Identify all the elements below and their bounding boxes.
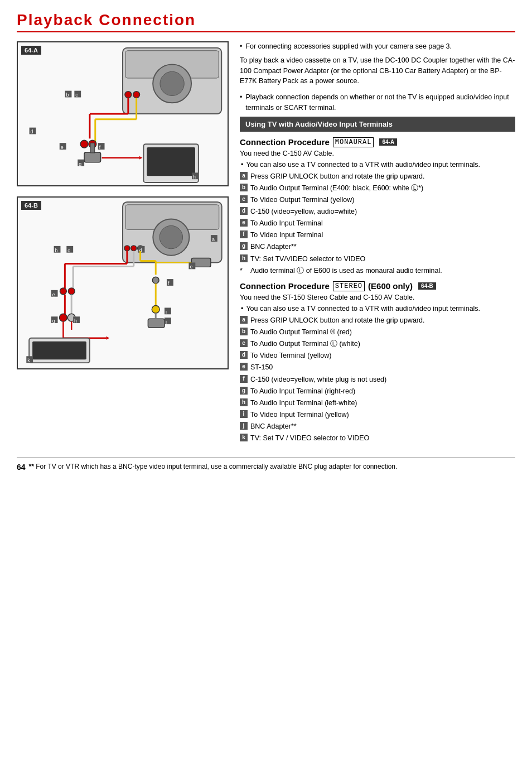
svg-point-19 — [80, 140, 88, 148]
svg-text:i: i — [166, 309, 167, 315]
intro-bullet-2: • Playback connection depends on whether… — [240, 92, 515, 113]
stereo-title: Connection Procedure STEREO (E600 only) … — [240, 281, 515, 291]
svg-text:e: e — [190, 264, 192, 270]
svg-text:c: c — [75, 92, 78, 98]
stereo-step-g: g To Audio Input Terminal (right-red) — [240, 386, 515, 396]
stereo-step-f: f C-150 (video=yellow, white plug is not… — [240, 374, 515, 384]
svg-rect-26 — [90, 143, 95, 153]
diagram-a-svg: b b c d — [18, 42, 228, 185]
main-layout: 64-A b b c — [17, 41, 515, 449]
left-column: 64-A b b c — [17, 41, 229, 449]
stereo-step-d: d To Video Terminal (yellow) — [240, 350, 515, 361]
svg-point-64 — [68, 288, 75, 295]
svg-point-67 — [152, 277, 159, 283]
stereo-need: You need the ST-150 Stereo Cable and C-1… — [240, 294, 515, 301]
svg-text:h: h — [193, 174, 196, 180]
diagram-a: 64-A b b c — [17, 41, 229, 186]
svg-point-63 — [60, 288, 66, 295]
svg-text:e: e — [61, 145, 64, 150]
monaural-steps: a Press GRIP UNLOCK button and rotate th… — [240, 171, 515, 276]
footnote: 64 ** For TV or VTR which has a BNC-type… — [17, 458, 515, 472]
step-c: c To Video Output Terminal (yellow) — [240, 195, 515, 205]
svg-rect-25 — [84, 152, 101, 162]
svg-marker-30 — [139, 156, 143, 160]
monaural-note: * Audio terminal Ⓛ of E600 is used as mo… — [240, 266, 515, 276]
svg-point-5 — [133, 92, 140, 98]
svg-text:g: g — [52, 318, 55, 324]
stereo-step-e: e ST-150 — [240, 362, 515, 372]
diagram-b-label: 64-B — [21, 201, 41, 210]
monaural-bullet1: • You can also use a TV connected to a V… — [240, 160, 515, 170]
svg-point-40 — [131, 246, 137, 251]
step-e: e To Audio Input Terminal — [240, 218, 515, 228]
svg-text:b: b — [66, 92, 69, 98]
monaural-title: Connection Procedure MONAURAL 64-A — [240, 137, 515, 147]
svg-marker-89 — [106, 337, 109, 340]
intro-bullet-1: • For connecting accessories supplied wi… — [240, 41, 515, 52]
section-header: Using TV with Audio/Video Input Terminal… — [240, 117, 515, 132]
svg-point-4 — [125, 92, 132, 98]
stereo-step-j: j BNC Adapter** — [240, 421, 515, 431]
svg-rect-82 — [148, 319, 165, 328]
step-f: f To Video Input Terminal — [240, 230, 515, 240]
stereo-bullet1: • You can also use a TV connected to a V… — [240, 304, 515, 314]
svg-text:c: c — [67, 248, 70, 253]
diagram-b: 64-B a b c d — [17, 196, 229, 369]
monaural-need: You need the C-150 AV Cable. — [240, 150, 515, 157]
stereo-steps: a Press GRIP UNLOCK button and rotate th… — [240, 315, 515, 443]
page-number: 64 — [17, 463, 26, 472]
diagram-b-svg: a b c d — [18, 198, 228, 368]
svg-text:g: g — [79, 161, 81, 167]
svg-text:e: e — [52, 292, 55, 297]
svg-point-38 — [159, 225, 182, 248]
svg-text:h: h — [74, 318, 77, 324]
step-d: d C-150 (video=yellow, audio=white) — [240, 206, 515, 217]
svg-point-39 — [124, 246, 130, 251]
right-column: • For connecting accessories supplied wi… — [240, 41, 515, 449]
stereo-step-a: a Press GRIP UNLOCK button and rotate th… — [240, 315, 515, 325]
svg-rect-91 — [32, 342, 86, 360]
svg-text:d: d — [31, 129, 33, 134]
step-b: b To Audio Output Terminal (E400: black,… — [240, 183, 515, 193]
page-title: Playback Connection — [17, 11, 515, 32]
stereo-step-i: i To Video Input Terminal (yellow) — [240, 410, 515, 420]
svg-text:b: b — [55, 248, 58, 253]
svg-point-3 — [160, 71, 184, 95]
stereo-step-b: b To Audio Output Terminal ® (red) — [240, 327, 515, 337]
step-g: g BNC Adapter** — [240, 242, 515, 252]
svg-rect-32 — [147, 147, 195, 176]
diagram-a-label: 64-A — [21, 46, 41, 55]
stereo-step-k: k TV: Set TV / VIDEO selector to VIDEO — [240, 433, 515, 443]
svg-text:a: a — [212, 237, 215, 242]
svg-text:k: k — [27, 358, 30, 363]
intro-para-1: To play back a video cassette on a TV, u… — [240, 55, 515, 86]
svg-point-79 — [152, 305, 159, 313]
stereo-step-c: c To Audio Output Terminal Ⓛ (white) — [240, 339, 515, 349]
svg-point-73 — [59, 314, 67, 321]
step-h: h TV: Set TV/VIDEO selector to VIDEO — [240, 254, 515, 264]
step-a: a Press GRIP UNLOCK button and rotate th… — [240, 171, 515, 181]
stereo-step-h: h To Audio Input Terminal (left-white) — [240, 398, 515, 408]
svg-text:j: j — [165, 319, 167, 325]
